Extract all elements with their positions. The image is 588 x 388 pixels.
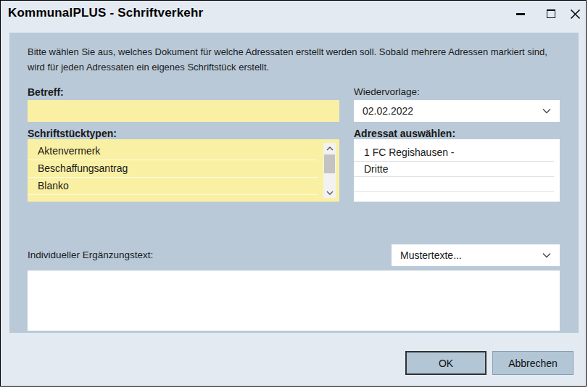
close-button[interactable] bbox=[563, 4, 587, 24]
list-item[interactable]: 1 FC Regishausen - bbox=[354, 144, 554, 162]
dialog-window: KommunalPLUS - Schriftverkehr Bitte wähl… bbox=[0, 0, 587, 387]
wiedervorlage-value: 02.02.2022 bbox=[363, 105, 413, 117]
ok-button[interactable]: OK bbox=[405, 351, 486, 375]
maximize-icon bbox=[547, 9, 555, 18]
betreff-label: Betreff: bbox=[28, 86, 64, 98]
list-item[interactable]: Aktenvermerk bbox=[28, 143, 318, 160]
vertical-scrollbar[interactable] bbox=[323, 143, 336, 198]
mustertexte-value: Mustertexte... bbox=[400, 249, 462, 261]
scroll-up-button[interactable] bbox=[323, 143, 336, 154]
chevron-down-icon bbox=[326, 191, 334, 195]
scrollbar-thumb[interactable] bbox=[324, 154, 335, 173]
chevron-down-icon[interactable] bbox=[542, 252, 551, 258]
schriftstuecktypen-list[interactable]: Aktenvermerk Beschaffungsantrag Blanko bbox=[28, 139, 339, 202]
maximize-button[interactable] bbox=[539, 4, 563, 24]
ergaenzungstext-textarea[interactable] bbox=[28, 271, 560, 331]
betreff-input[interactable] bbox=[28, 100, 339, 122]
mustertexte-dropdown[interactable]: Mustertexte... bbox=[392, 244, 560, 266]
instruction-line-2: wird für jeden Adressaten ein eigenes Sc… bbox=[28, 59, 571, 75]
minimize-icon bbox=[516, 13, 525, 15]
scroll-down-button[interactable] bbox=[323, 187, 336, 198]
adressat-label: Adressat auswählen: bbox=[354, 128, 455, 139]
empty-list-row bbox=[354, 177, 554, 192]
list-item[interactable]: Dritte bbox=[354, 162, 554, 177]
chevron-down-icon[interactable] bbox=[542, 108, 551, 114]
minimize-button[interactable] bbox=[509, 4, 532, 24]
close-icon bbox=[570, 9, 581, 20]
wiedervorlage-label: Wiedervorlage: bbox=[354, 86, 420, 97]
instruction-line-1: Bitte wählen Sie aus, welches Dokument f… bbox=[28, 44, 571, 59]
titlebar: KommunalPLUS - Schriftverkehr bbox=[1, 1, 586, 33]
adressat-list[interactable]: 1 FC Regishausen - Dritte bbox=[354, 139, 560, 202]
wiedervorlage-dropdown[interactable]: 02.02.2022 bbox=[354, 100, 560, 122]
ergaenzungstext-label: Individueller Ergänzungstext: bbox=[28, 249, 153, 260]
chevron-up-icon bbox=[326, 146, 334, 151]
schriftstuecktypen-label: Schriftstücktypen: bbox=[28, 128, 117, 139]
window-title: KommunalPLUS - Schriftverkehr bbox=[8, 6, 203, 20]
dialog-body-panel: Bitte wählen Sie aus, welches Dokument f… bbox=[9, 33, 579, 333]
list-item[interactable]: Beschaffungsantrag bbox=[28, 160, 318, 178]
list-item[interactable]: Blanko bbox=[28, 178, 318, 195]
cancel-button[interactable]: Abbrechen bbox=[492, 351, 573, 375]
instruction-text: Bitte wählen Sie aus, welches Dokument f… bbox=[28, 44, 571, 75]
